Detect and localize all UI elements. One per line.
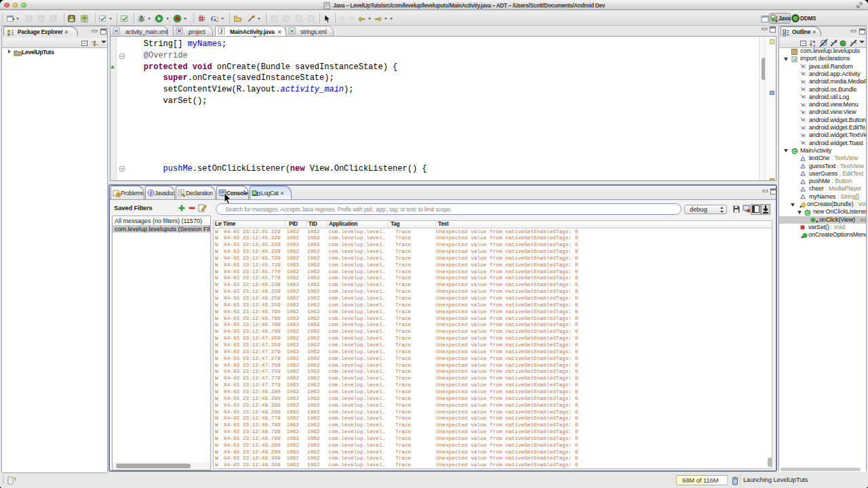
svg-text:C: C <box>793 148 797 155</box>
svg-text:J: J <box>775 15 778 20</box>
svg-text:s: s <box>835 39 837 43</box>
svg-text:J: J <box>220 28 223 35</box>
svg-text:L: L <box>854 39 857 44</box>
svg-text:D: D <box>256 190 261 197</box>
svg-text:C: C <box>806 209 810 216</box>
